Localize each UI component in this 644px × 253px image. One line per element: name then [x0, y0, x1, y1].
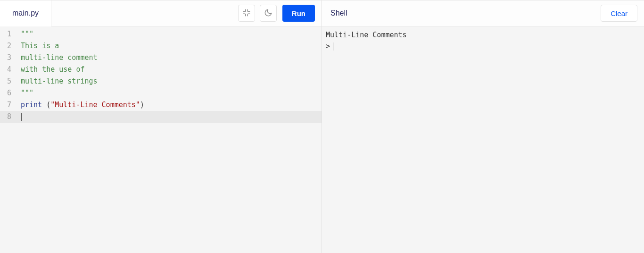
code-line: 8 — [0, 111, 322, 123]
code-content[interactable]: """ — [18, 28, 322, 40]
shell-prompt[interactable]: > — [326, 41, 640, 52]
line-number: 8 — [0, 111, 18, 123]
collapse-button[interactable] — [238, 5, 255, 22]
shell-pane: Shell Clear Multi-Line Comments> — [322, 0, 644, 253]
editor-pane: main.py Run — [0, 0, 322, 253]
cursor-icon — [333, 42, 333, 51]
code-line: 5multi-line strings — [0, 76, 322, 87]
editor-toolbar: main.py Run — [0, 0, 322, 26]
shell-output[interactable]: Multi-Line Comments> — [322, 26, 644, 253]
collapse-icon — [242, 8, 251, 18]
code-line: 7print ("Multi-Line Comments") — [0, 99, 322, 111]
line-number: 2 — [0, 40, 18, 52]
line-number: 3 — [0, 52, 18, 64]
code-line: 6""" — [0, 87, 322, 99]
line-number: 6 — [0, 87, 18, 99]
code-token: with the use of — [21, 65, 84, 74]
code-token — [42, 101, 46, 109]
code-token: """ — [21, 30, 33, 38]
code-content[interactable]: multi-line strings — [18, 76, 322, 87]
run-button[interactable]: Run — [282, 5, 315, 22]
clear-button[interactable]: Clear — [601, 5, 637, 22]
code-line: 3multi-line comment — [0, 52, 322, 64]
line-number: 7 — [0, 99, 18, 111]
code-token: print — [21, 101, 42, 109]
shell-prompt-symbol: > — [326, 41, 330, 52]
code-token: multi-line comment — [21, 53, 98, 62]
code-editor[interactable]: 1"""2This is a3multi-line comment4with t… — [0, 26, 322, 253]
code-line: 1""" — [0, 28, 322, 40]
code-token: """ — [21, 89, 33, 97]
line-number: 5 — [0, 76, 18, 87]
code-content[interactable]: with the use of — [18, 64, 322, 76]
code-token: multi-line strings — [21, 77, 98, 85]
code-content[interactable]: """ — [18, 87, 322, 99]
editor-tab[interactable]: main.py — [0, 0, 51, 26]
code-token: This is a — [21, 42, 59, 50]
code-content[interactable]: print ("Multi-Line Comments") — [18, 99, 322, 111]
code-content[interactable] — [18, 111, 322, 123]
app-container: main.py Run — [0, 0, 644, 253]
shell-title: Shell — [322, 9, 347, 17]
code-token: ) — [140, 101, 144, 109]
code-token: "Multi-Line Comments" — [50, 101, 140, 109]
code-line: 4with the use of — [0, 64, 322, 76]
code-content[interactable]: This is a — [18, 40, 322, 52]
run-button-label: Run — [292, 9, 305, 17]
code-content[interactable]: multi-line comment — [18, 52, 322, 64]
code-line: 2This is a — [0, 40, 322, 52]
shell-toolbar: Shell Clear — [322, 0, 644, 26]
code-token: ( — [46, 101, 50, 109]
clear-button-label: Clear — [611, 9, 627, 17]
moon-icon — [264, 8, 272, 18]
editor-tab-label: main.py — [12, 9, 39, 17]
line-number: 1 — [0, 28, 18, 40]
cursor-icon — [21, 113, 22, 121]
line-number: 4 — [0, 64, 18, 76]
shell-output-line: Multi-Line Comments — [326, 29, 640, 41]
theme-button[interactable] — [260, 5, 277, 22]
